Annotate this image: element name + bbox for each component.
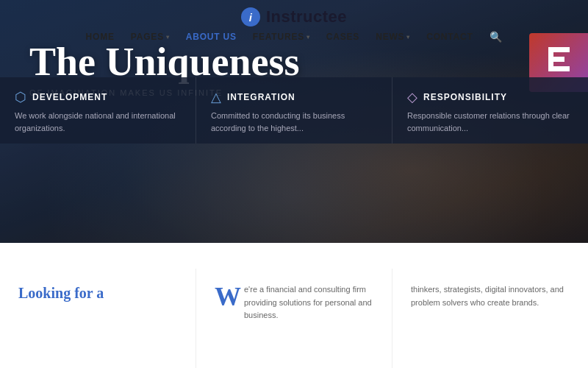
nav-item-pages[interactable]: PAGES ▾	[131, 32, 170, 42]
feature-integration: △ INTEGRATION Committed to conducting it…	[196, 77, 392, 144]
svg-rect-1	[548, 47, 570, 52]
svg-rect-2	[548, 57, 564, 62]
feature-development-text: We work alongside national and internati…	[15, 110, 181, 134]
integration-icon: △	[211, 89, 221, 105]
feature-integration-header: △ INTEGRATION	[211, 89, 377, 105]
logo-icon: i	[241, 7, 260, 26]
development-icon: ⬡	[15, 89, 26, 105]
header: i Instructee HOME PAGES ▾ ABOUT US FEATU…	[0, 0, 588, 43]
chevron-down-icon: ▾	[406, 34, 410, 40]
chevron-down-icon: ▾	[306, 34, 310, 40]
search-icon[interactable]: 🔍	[490, 31, 503, 43]
nav-item-about[interactable]: ABOUT US	[186, 32, 237, 42]
drop-cap: W	[215, 283, 241, 310]
nav-item-home[interactable]: HOME	[86, 32, 115, 42]
bottom-text-3: thinkers, strategists, digital innovator…	[411, 283, 570, 309]
feature-responsibility-text: Responsible customer relations through c…	[407, 110, 573, 134]
main-nav: HOME PAGES ▾ ABOUT US FEATURES ▾ CASES N…	[0, 31, 588, 43]
feature-integration-text: Committed to conducting its business acc…	[211, 110, 377, 134]
chevron-down-icon: ▾	[166, 34, 170, 40]
elementor-icon	[542, 43, 576, 82]
feature-development-title: DEVELOPMENT	[32, 92, 107, 102]
nav-item-news[interactable]: NEWS ▾	[376, 32, 410, 42]
feature-development: ⬡ DEVELOPMENT We work alongside national…	[0, 77, 196, 144]
feature-development-header: ⬡ DEVELOPMENT	[15, 89, 181, 105]
bottom-text-2: W e're a financial and consulting firm p…	[215, 283, 373, 322]
feature-responsibility-header: ◇ RESPONSIBILITY	[407, 89, 573, 105]
logo-area: i Instructee	[0, 7, 588, 26]
feature-responsibility-title: RESPONSIBILITY	[423, 92, 507, 102]
feature-responsibility: ◇ RESPONSIBILITY Responsible customer re…	[392, 77, 588, 144]
responsibility-icon: ◇	[407, 89, 417, 105]
nav-item-cases[interactable]: CASES	[326, 32, 359, 42]
bottom-col-2: W e're a financial and consulting firm p…	[196, 269, 392, 368]
bottom-section: Looking for a W e're a financial and con…	[0, 269, 588, 368]
bottom-heading-1: Looking for a	[18, 283, 177, 302]
logo-text: Instructee	[266, 7, 347, 26]
bottom-col-1: Looking for a	[0, 269, 196, 368]
nav-item-features[interactable]: FEATURES ▾	[253, 32, 310, 42]
features-bar: ⬡ DEVELOPMENT We work alongside national…	[0, 77, 588, 144]
feature-integration-title: INTEGRATION	[227, 92, 295, 102]
nav-item-contact[interactable]: CONTACT	[426, 32, 473, 42]
svg-rect-3	[548, 66, 570, 71]
bottom-col-3: thinkers, strategists, digital innovator…	[392, 269, 588, 368]
